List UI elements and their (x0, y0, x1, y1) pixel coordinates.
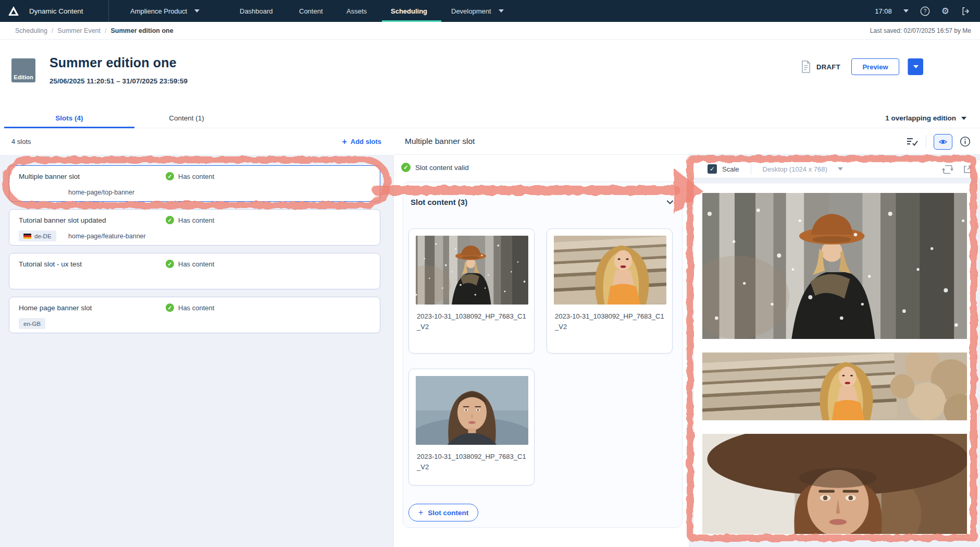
locale-badge: en-GB (19, 318, 45, 329)
check-circle-icon: ✓ (401, 163, 411, 172)
has-content-status: ✓ Has content (166, 172, 214, 180)
slot-count: 4 slots (11, 138, 31, 145)
add-slots-button[interactable]: + Add slots (342, 138, 381, 146)
schedule-button-group: Schedule (908, 58, 923, 75)
scale-label: Scale (722, 165, 739, 173)
content-thumbnail-snow (416, 236, 528, 305)
chevron-down-icon (194, 9, 200, 13)
edition-thumbnail: Edition (11, 58, 35, 82)
check-circle-icon: ✓ (166, 172, 174, 180)
chevron-down-icon (499, 9, 504, 13)
edition-date-range: 25/06/2025 11:20:51 – 31/07/2025 23:59:5… (49, 77, 188, 85)
slot-card-tutorial-banner[interactable]: Tutorial banner slot updated ✓ Has conte… (9, 209, 380, 246)
content-thumbnail-portrait (416, 376, 528, 445)
eye-icon (938, 138, 948, 146)
locale-badge: de-DE (19, 230, 56, 241)
collapse-chevron-icon[interactable] (666, 200, 674, 204)
app-title: Dynamic Content (29, 0, 83, 22)
content-item-name: 2023-10-31_1038092_HP_7683_C1_V2 (416, 452, 527, 472)
tab-content[interactable]: Content (1) (134, 110, 239, 127)
content-thumbnail-steps (554, 236, 666, 305)
clock-time: 17:08 (875, 7, 892, 15)
check-circle-icon: ✓ (166, 216, 174, 224)
has-content-status: ✓ Has content (166, 216, 214, 224)
detail-title: Multiple banner slot (405, 137, 475, 146)
plus-icon: + (418, 508, 423, 517)
slot-content-section: Slot content (3) 2023-10-31_1038092_HP_7… (403, 181, 683, 528)
preview-eye-toggle[interactable] (934, 134, 952, 150)
has-content-status: ✓ Has content (166, 260, 214, 268)
preview-banner-snow (702, 193, 967, 339)
chevron-down-icon (838, 167, 843, 171)
settings-gear-icon[interactable]: ⚙ (941, 7, 949, 16)
nav-item-dashboard[interactable]: Dashboard (240, 0, 273, 22)
toolbar-divider (926, 135, 926, 149)
breadcrumb-current: Summer edition one (111, 27, 173, 34)
nav-divider (108, 0, 109, 22)
status-badge: DRAFT (816, 63, 840, 71)
refresh-preview-icon[interactable] (941, 163, 954, 176)
svg-text:?: ? (923, 8, 926, 14)
breadcrumb: Scheduling / Summer Event / Summer editi… (15, 27, 173, 34)
slot-detail-panel: ✓ Slot content valid Slot content (3) 20… (394, 155, 689, 547)
help-icon[interactable]: ? (920, 6, 930, 16)
nav-item-scheduling[interactable]: Scheduling (391, 0, 427, 22)
check-circle-icon: ✓ (166, 260, 174, 268)
overlapping-editions-dropdown[interactable]: 1 overlapping edition (885, 110, 966, 127)
preview-canvas (694, 184, 975, 538)
validation-list-icon[interactable] (906, 137, 919, 147)
chevron-down-icon (913, 65, 919, 68)
top-nav: Dynamic Content Amplience Product Dashbo… (0, 0, 980, 22)
slot-path: home-page/top-banner (68, 189, 134, 196)
info-icon[interactable] (960, 136, 971, 147)
nav-item-content[interactable]: Content (299, 0, 323, 22)
slot-card-home-page-banner[interactable]: Home page banner slot ✓ Has content en-G… (9, 297, 380, 333)
has-content-status: ✓ Has content (166, 303, 214, 312)
content-item-name: 2023-10-31_1038092_HP_7683_C1_V2 (416, 311, 527, 332)
slot-content-heading: Slot content (3) (411, 198, 467, 206)
tab-slots[interactable]: Slots (4) (4, 110, 134, 127)
logout-icon[interactable] (961, 6, 971, 16)
amplience-logo-icon[interactable] (7, 0, 20, 22)
content-item-card[interactable]: 2023-10-31_1038092_HP_7683_C1_V2 (408, 369, 535, 485)
app-window: Dynamic Content Amplience Product Dashbo… (0, 0, 980, 547)
content-item-name: 2023-10-31_1038092_HP_7683_C1_V2 (554, 311, 665, 332)
page-title: Summer edition one (49, 55, 177, 70)
chevron-down-icon (961, 117, 966, 120)
slot-valid-status: ✓ Slot content valid (401, 163, 469, 172)
toolbar-divider (751, 163, 751, 175)
schedule-dropdown-button[interactable] (908, 58, 923, 75)
device-select[interactable]: Desktop (1024 x 768) (763, 165, 827, 173)
nav-item-assets[interactable]: Assets (346, 0, 367, 22)
detail-header: Multiple banner slot (394, 128, 980, 155)
add-slot-content-button[interactable]: + Slot content (408, 504, 478, 521)
scale-checkbox[interactable]: ✓ (708, 164, 717, 174)
open-external-icon[interactable] (962, 164, 973, 175)
slot-card-multiple-banner[interactable]: Multiple banner slot ✓ Has content home-… (9, 165, 380, 202)
last-saved-text: Last saved: 02/07/2025 16:57 by Me (870, 27, 971, 34)
preview-button[interactable]: Preview (851, 58, 899, 75)
breadcrumb-bar: Scheduling / Summer Event / Summer editi… (0, 22, 980, 40)
time-dropdown-icon[interactable] (903, 9, 909, 13)
preview-banner-steps (702, 352, 967, 420)
nav-item-development[interactable]: Development (451, 0, 504, 22)
preview-toolbar: ✓ Scale Desktop (1024 x 768) (689, 160, 980, 178)
preview-banner-face (702, 434, 967, 534)
slots-panel: 4 slots + Add slots Multiple banner slot… (0, 128, 394, 547)
product-menu[interactable]: Amplience Product (130, 0, 200, 22)
content-item-card[interactable]: 2023-10-31_1038092_HP_7683_C1_V2 (408, 228, 535, 354)
preview-panel: ✓ Scale Desktop (1024 x 768) (689, 155, 980, 547)
check-circle-icon: ✓ (166, 303, 174, 312)
breadcrumb-summer-event[interactable]: Summer Event (57, 27, 101, 34)
content-item-card[interactable]: 2023-10-31_1038092_HP_7683_C1_V2 (547, 228, 673, 354)
slots-list: Multiple banner slot ✓ Has content home-… (0, 155, 393, 547)
edition-header: Edition Summer edition one 25/06/2025 11… (0, 40, 980, 110)
slot-path: home-page/feature-banner (68, 233, 146, 240)
draft-document-icon (801, 60, 811, 73)
plus-icon: + (342, 138, 346, 146)
breadcrumb-scheduling[interactable]: Scheduling (15, 27, 47, 34)
slot-card-tutorial-ux[interactable]: Tutorial slot - ux test ✓ Has content (9, 253, 380, 289)
flag-de-icon (23, 234, 31, 239)
slots-panel-header: 4 slots + Add slots (0, 128, 394, 155)
tabs-row: Slots (4) Content (1) 1 overlapping edit… (0, 110, 980, 128)
